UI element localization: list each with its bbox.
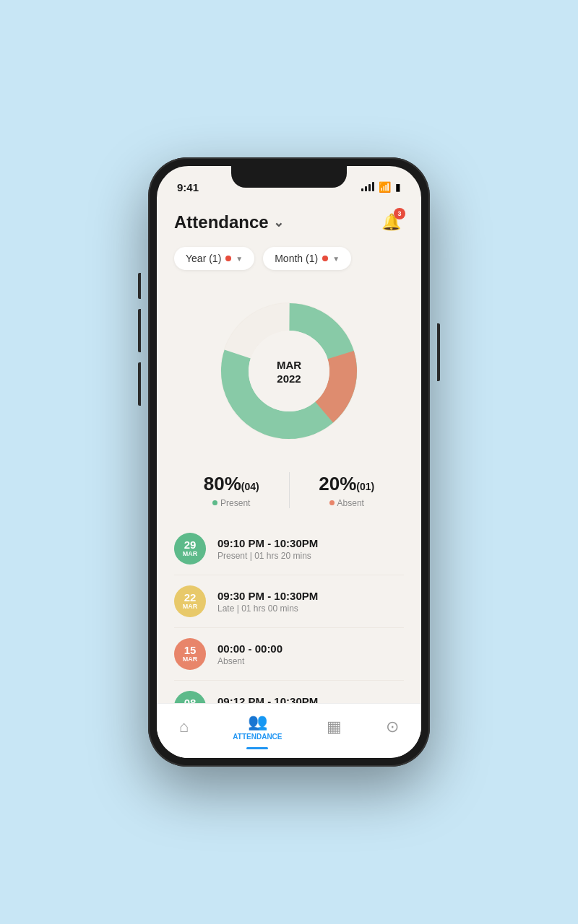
- month-filter-button[interactable]: Month (1) ▼: [263, 247, 351, 270]
- title-chevron-icon: ⌄: [273, 214, 284, 230]
- date-badge: 29 MAR: [174, 533, 206, 565]
- present-stat: 80%(04) Present: [174, 473, 289, 508]
- date-badge: 22 MAR: [174, 585, 206, 617]
- filter-row: Year (1) ▼ Month (1) ▼: [157, 247, 421, 284]
- stats-icon: ▦: [327, 718, 342, 736]
- attendance-list: 29 MAR 09:10 PM - 10:30PM Present | 01 h…: [157, 523, 421, 703]
- absent-stat: 20%(01) Absent: [290, 473, 405, 508]
- absent-dot: [329, 500, 335, 505]
- time-range: 09:10 PM - 10:30PM: [217, 537, 318, 549]
- date-badge: 15 MAR: [174, 638, 206, 670]
- time-range: 00:00 - 00:00: [217, 642, 282, 655]
- battery-icon: ▮: [395, 181, 401, 193]
- wifi-icon: 📶: [379, 181, 391, 193]
- svg-point-4: [249, 331, 329, 411]
- attendance-list-item[interactable]: 22 MAR 09:30 PM - 10:30PM Late | 01 hrs …: [174, 575, 404, 628]
- year-filter-label: Year (1): [186, 253, 221, 264]
- attendance-details: Present | 01 hrs 20 mins: [217, 551, 318, 561]
- nav-attendance[interactable]: 👥 ATTENDANCE: [233, 712, 282, 741]
- nav-profile[interactable]: ⊙: [386, 718, 399, 736]
- signal-icon: [361, 183, 374, 191]
- present-value: 80%(04): [174, 473, 289, 495]
- month-chevron-icon: ▼: [332, 255, 340, 263]
- year-filter-dot: [225, 256, 231, 261]
- nav-home[interactable]: ⌂: [179, 718, 189, 736]
- stats-row: 80%(04) Present 20%(01) Absent: [157, 465, 421, 523]
- status-icons: 📶 ▮: [361, 181, 401, 193]
- profile-icon: ⊙: [386, 718, 399, 736]
- attendance-list-item[interactable]: 15 MAR 00:00 - 00:00 Absent: [174, 628, 404, 681]
- page-title[interactable]: Attendance ⌄: [174, 212, 284, 232]
- nav-active-indicator: [246, 747, 268, 749]
- chart-section: MAR 2022: [157, 284, 421, 465]
- month-filter-dot: [322, 256, 328, 261]
- svg-text:MAR: MAR: [277, 359, 301, 371]
- svg-text:2022: 2022: [277, 372, 301, 385]
- absent-label: Absent: [290, 498, 405, 508]
- bottom-nav: ⌂ 👥 ATTENDANCE ▦ ⊙: [157, 703, 421, 758]
- year-chevron-icon: ▼: [236, 255, 243, 263]
- attendance-list-item[interactable]: 08 MAR 09:12 PM - 10:30PM Present | 01 h…: [174, 681, 404, 703]
- notification-button[interactable]: 🔔 3: [378, 209, 404, 235]
- nav-stats[interactable]: ▦: [327, 718, 342, 736]
- notification-badge: 3: [394, 208, 405, 219]
- home-icon: ⌂: [179, 718, 189, 736]
- attendance-nav-label: ATTENDANCE: [233, 733, 282, 741]
- time-range: 09:12 PM - 10:30PM: [217, 695, 318, 704]
- present-label: Present: [174, 498, 289, 508]
- attendance-info: 09:12 PM - 10:30PM Present | 01 hrs 18 m…: [217, 695, 318, 704]
- attendance-info: 00:00 - 00:00 Absent: [217, 642, 282, 666]
- status-time: 9:41: [177, 181, 199, 193]
- attendance-details: Late | 01 hrs 00 mins: [217, 603, 318, 614]
- header: Attendance ⌄ 🔔 3: [157, 201, 421, 247]
- absent-value: 20%(01): [290, 473, 405, 495]
- date-badge: 08 MAR: [174, 691, 206, 703]
- attendance-details: Absent: [217, 656, 282, 666]
- donut-chart: MAR 2022: [210, 292, 368, 450]
- time-range: 09:30 PM - 10:30PM: [217, 590, 318, 602]
- year-filter-button[interactable]: Year (1) ▼: [174, 247, 254, 270]
- attendance-info: 09:30 PM - 10:30PM Late | 01 hrs 00 mins: [217, 590, 318, 614]
- month-filter-label: Month (1): [275, 253, 318, 264]
- attendance-list-item[interactable]: 29 MAR 09:10 PM - 10:30PM Present | 01 h…: [174, 523, 404, 575]
- attendance-info: 09:10 PM - 10:30PM Present | 01 hrs 20 m…: [217, 537, 318, 561]
- present-dot: [212, 500, 217, 505]
- attendance-icon: 👥: [248, 712, 267, 731]
